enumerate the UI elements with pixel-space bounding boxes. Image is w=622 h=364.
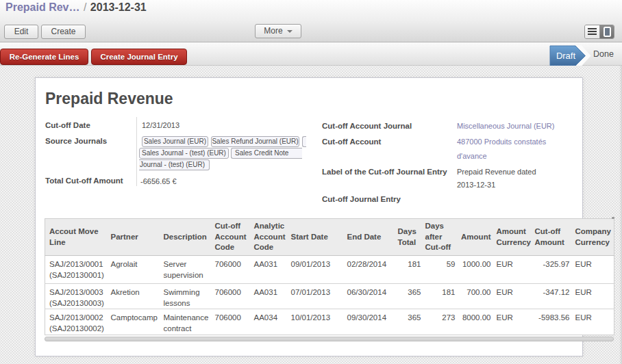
svg-text:Draft: Draft: [556, 51, 576, 61]
